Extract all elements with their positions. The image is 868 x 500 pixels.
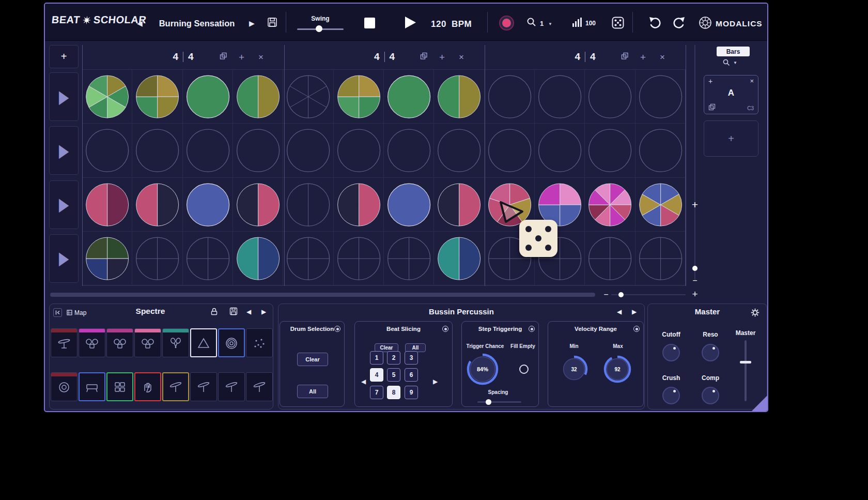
beat-cell[interactable] — [334, 232, 384, 285]
velocity-max-knob[interactable]: 92 — [603, 355, 632, 384]
row-play-button[interactable]: ▶ — [49, 180, 79, 229]
beat-cell[interactable] — [132, 124, 182, 177]
beat-cell[interactable] — [384, 70, 434, 124]
zoom-magnifier-icon[interactable] — [526, 17, 537, 27]
beat-cell[interactable] — [334, 124, 384, 177]
beat-cell[interactable] — [82, 178, 132, 232]
play-button[interactable] — [404, 16, 416, 29]
step-triggering-radio[interactable] — [529, 326, 535, 332]
bars-mode-button[interactable]: Bars — [717, 47, 750, 56]
beat-cell[interactable] — [82, 124, 132, 177]
beat-cell[interactable] — [434, 70, 484, 124]
pattern-copy-icon[interactable] — [708, 103, 716, 111]
pattern-slot-a[interactable]: + × A C3 — [704, 75, 758, 114]
instrument-tile-drumkit[interactable] — [79, 328, 105, 357]
bars-zoom-control[interactable]: ▼ — [723, 59, 737, 66]
beat-cell[interactable] — [283, 124, 333, 177]
slice-next-button[interactable]: ▶ — [433, 378, 438, 385]
map-button[interactable]: Map — [67, 308, 86, 317]
beat-cell[interactable] — [233, 70, 283, 124]
quantize-value[interactable]: 100 — [585, 20, 596, 27]
remove-bar-button[interactable]: × — [459, 52, 464, 61]
instrument-tile-stars[interactable] — [246, 328, 273, 357]
beat-cell[interactable] — [233, 178, 283, 232]
instrument-tile-hihat[interactable] — [51, 328, 78, 357]
beat-cell[interactable] — [233, 232, 283, 285]
redo-icon[interactable] — [672, 16, 686, 29]
dice-icon[interactable] — [612, 17, 624, 29]
add-bar-button[interactable]: + — [439, 52, 445, 62]
beat-cell[interactable] — [585, 70, 635, 124]
save-icon[interactable] — [267, 17, 277, 27]
beat-cell[interactable] — [434, 232, 484, 285]
window-resize-handle[interactable] — [752, 396, 767, 411]
prev-kit-button[interactable]: ◀ — [246, 308, 251, 315]
next-song-button[interactable]: ▶ — [249, 19, 255, 27]
add-lane-button[interactable]: + — [49, 45, 79, 68]
time-sig-denominator[interactable]: 4 — [390, 51, 395, 63]
time-sig-denominator[interactable]: 4 — [590, 51, 596, 63]
row-play-button[interactable]: ▶ — [49, 72, 79, 121]
pattern-close-icon[interactable]: × — [750, 77, 754, 85]
beat-cell[interactable] — [82, 70, 132, 124]
lock-icon[interactable] — [210, 308, 218, 315]
time-sig-numerator[interactable]: 4 — [374, 51, 380, 63]
beat-cell[interactable] — [384, 232, 434, 285]
pattern-add-icon[interactable]: + — [708, 77, 712, 85]
record-button[interactable] — [499, 16, 514, 31]
drum-all-button[interactable]: All — [297, 385, 328, 398]
horizontal-zoom-handle[interactable] — [618, 292, 624, 297]
instrument-tile-gong[interactable] — [51, 372, 78, 401]
vertical-zoom-handle[interactable] — [692, 266, 698, 271]
beat-cell[interactable] — [283, 70, 333, 124]
drum-selection-radio[interactable] — [334, 326, 340, 332]
slice-number-3[interactable]: 3 — [405, 351, 418, 365]
add-pattern-button[interactable]: + — [704, 120, 758, 157]
instrument-tile-cymbal[interactable] — [218, 372, 245, 401]
beat-cell[interactable] — [384, 178, 434, 232]
beat-cell[interactable] — [535, 70, 585, 124]
crush-knob[interactable] — [662, 387, 680, 404]
slice-number-8[interactable]: 8 — [387, 386, 400, 399]
instrument-tile-pads[interactable] — [106, 372, 133, 401]
row-play-button[interactable]: ▶ — [49, 126, 79, 175]
beat-cell[interactable] — [132, 178, 182, 232]
velocity-range-radio[interactable] — [633, 326, 640, 332]
instrument-tile-cymbal[interactable] — [162, 372, 189, 401]
beat-cell[interactable] — [183, 124, 233, 177]
slice-number-1[interactable]: 1 — [370, 351, 383, 365]
remove-bar-button[interactable]: × — [660, 52, 665, 61]
beat-cell[interactable] — [334, 178, 384, 232]
beat-cell[interactable] — [132, 70, 182, 124]
duplicate-bar-button[interactable] — [220, 52, 227, 62]
instrument-tile-clap[interactable] — [134, 372, 161, 401]
stop-button[interactable] — [364, 18, 375, 28]
beat-cell[interactable] — [283, 178, 333, 232]
duplicate-bar-button[interactable] — [420, 52, 428, 62]
fill-empty-toggle[interactable] — [519, 365, 529, 374]
vertical-zoom-track[interactable] — [694, 45, 695, 280]
zoom-dropdown-icon[interactable]: ▼ — [548, 22, 552, 26]
beat-cell[interactable] — [636, 70, 686, 124]
instrument-tile-drumkit[interactable] — [106, 328, 133, 357]
horizontal-scrollbar[interactable] — [50, 293, 595, 297]
undo-icon[interactable] — [648, 16, 662, 29]
beat-cell[interactable] — [384, 124, 434, 177]
add-bar-button[interactable]: + — [239, 52, 244, 62]
modalics-logo-icon[interactable] — [698, 16, 712, 30]
instrument-tile-spiral[interactable] — [218, 328, 245, 357]
velocity-min-knob[interactable]: 32 — [560, 355, 588, 384]
prev-preset-button[interactable]: ◀ — [617, 308, 622, 315]
reso-knob[interactable] — [702, 344, 719, 361]
row-play-button[interactable]: ▶ — [49, 234, 79, 283]
beat-cell[interactable] — [585, 178, 635, 232]
spacing-slider[interactable] — [477, 401, 521, 403]
beat-cell[interactable] — [132, 232, 182, 285]
prev-song-button[interactable]: ◀ — [137, 19, 143, 27]
instrument-tile-triangle[interactable] — [190, 328, 217, 357]
quantize-bars-icon[interactable] — [571, 17, 583, 28]
beat-cell[interactable] — [82, 232, 132, 285]
beat-slicing-radio[interactable] — [442, 326, 448, 332]
beat-cell[interactable] — [636, 124, 686, 177]
add-bar-right-button[interactable]: + — [690, 199, 700, 211]
